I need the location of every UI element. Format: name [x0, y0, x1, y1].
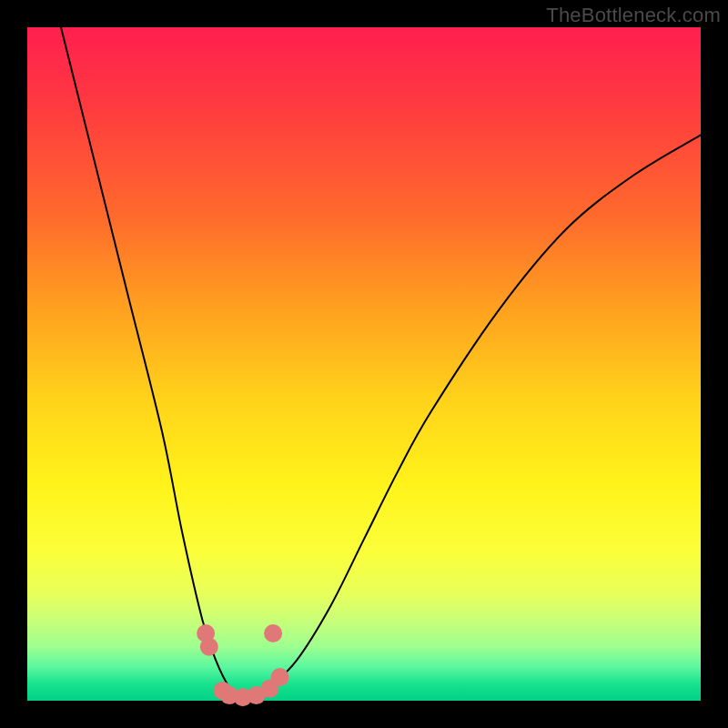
marker-dot: [271, 668, 289, 686]
chart-frame: TheBottleneck.com: [0, 0, 728, 728]
marker-dot: [264, 624, 282, 642]
watermark-text: TheBottleneck.com: [546, 4, 721, 27]
plot-area: [27, 27, 701, 701]
marker-dot: [200, 638, 218, 656]
highlight-dots: [197, 624, 288, 706]
bottleneck-curve: [61, 27, 701, 703]
curve-layer: [27, 27, 701, 701]
